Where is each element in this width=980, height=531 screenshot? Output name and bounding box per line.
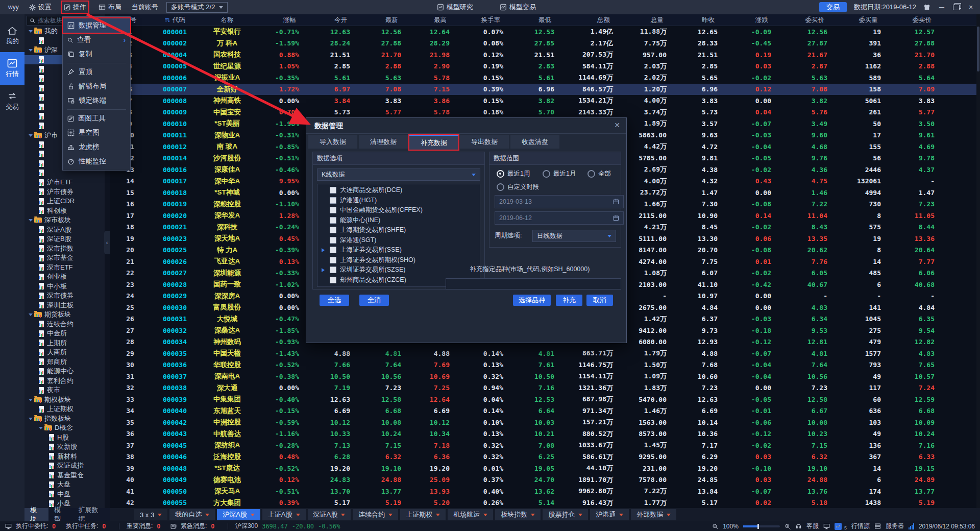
tree-folder[interactable]: 指数板块	[24, 414, 105, 424]
table-row[interactable]: 7000008神州高铁0.00%3.843.833.860.15%3.82153…	[110, 95, 976, 107]
checkbox-unchecked-icon[interactable]	[330, 277, 336, 283]
layout-menu[interactable]: 布局	[96, 2, 124, 13]
headset-icon[interactable]	[795, 523, 802, 529]
dialog-tab-补充数据[interactable]: 补充数据	[409, 135, 458, 150]
tree-item[interactable]: 科创板	[24, 206, 105, 216]
tree-item[interactable]: 套利合约	[24, 376, 105, 386]
tree-item[interactable]: 上证CDR	[24, 197, 105, 206]
checkbox-unchecked-icon[interactable]	[330, 267, 336, 273]
model-trading-button[interactable]: 模型交易	[498, 2, 538, 13]
table-row[interactable]: 5000006深振业A-0.35%5.615.635.780.15%5.6111…	[110, 72, 976, 84]
tree-item[interactable]: 次新股	[24, 442, 105, 452]
dialog-tab-导出数据[interactable]: 导出数据	[460, 135, 509, 149]
tree-folder[interactable]: 期权板块	[24, 395, 105, 405]
server-icon[interactable]	[874, 523, 881, 529]
checkbox-unchecked-icon[interactable]	[330, 257, 336, 263]
table-row[interactable]: 36000043中航善达-1.16%10.3310.2410.340.13%10…	[110, 428, 976, 440]
table-row[interactable]: 31000037深南电A-0.38%10.5010.5610.690.32%10…	[110, 371, 976, 382]
table-row[interactable]: 32000038深大通0.00%7.197.237.250.94%7.16132…	[110, 382, 976, 394]
table-row[interactable]: 35000042中洲控股-0.59%10.1210.0810.120.10%10…	[110, 417, 976, 428]
exchange-row[interactable]: 能源中心(INE)	[317, 215, 480, 226]
dialog-tab-导入数据[interactable]: 导入数据	[308, 135, 357, 149]
watchlist-tab-上证期权[interactable]: 上证期权	[400, 509, 446, 520]
tree-folder[interactable]: 深市板块	[24, 215, 105, 225]
menu-item-锁定终端[interactable]: 锁定终端	[63, 93, 130, 108]
menu-item-性能监控[interactable]: 性能监控	[63, 154, 130, 168]
checkbox-unchecked-icon[interactable]	[330, 217, 336, 224]
column-header-名称[interactable]: 名称	[199, 16, 255, 25]
panel-tab-扩展数据[interactable]: 扩展数据	[73, 508, 110, 521]
column-header-最低[interactable]: 最低	[510, 16, 561, 25]
column-header-昨收[interactable]: 昨收	[674, 16, 725, 25]
tree-item[interactable]: 连续合约	[24, 320, 105, 329]
zoom-out-icon[interactable]	[712, 523, 718, 529]
zoom-slider[interactable]	[743, 525, 780, 527]
tree-item[interactable]: 深市指数	[24, 244, 105, 254]
column-header-总量[interactable]: 总量	[620, 16, 674, 25]
service-label[interactable]: 客服	[806, 522, 819, 530]
theme-shirt-icon[interactable]	[923, 4, 930, 10]
date-to-field[interactable]: 2019-06-12	[495, 211, 624, 225]
quote-source-label[interactable]: 行情源	[851, 522, 870, 530]
table-row[interactable]: 33000039中集集团-0.40%12.6312.5812.640.04%12…	[110, 394, 976, 405]
tree-item[interactable]: 上期所	[24, 339, 105, 348]
tree-item[interactable]: 大商所	[24, 348, 105, 357]
exchange-row[interactable]: 上海期货交易所(SHFE)	[317, 225, 480, 235]
checkbox-unchecked-icon[interactable]	[330, 197, 336, 204]
rail-item-mine[interactable]: 我的	[0, 19, 24, 52]
radio-all[interactable]: 全部	[587, 170, 611, 178]
table-scrollbar[interactable]	[977, 27, 979, 71]
date-from-field[interactable]: 2019-03-13	[495, 195, 624, 208]
column-header-委买量[interactable]: 委买量	[835, 16, 888, 25]
table-row[interactable]: 8000009中国宝安0.70%5.735.775.780.18%5.70214…	[110, 107, 976, 118]
checkbox-unchecked-icon[interactable]	[330, 237, 336, 244]
clear-all-button[interactable]: 全消	[359, 295, 389, 306]
tree-item[interactable]: 深证A股	[24, 225, 105, 235]
checkbox-unchecked-icon[interactable]	[330, 247, 336, 253]
watchlist-tab-机场航运[interactable]: 机场航运	[448, 509, 493, 520]
period-dropdown[interactable]: 日线数据	[532, 230, 616, 242]
minimize-button[interactable]: ─	[938, 3, 946, 11]
tree-item[interactable]: 郑商所	[24, 357, 105, 367]
exchange-row[interactable]: 上海证券交易所期权(SHO)	[317, 255, 480, 266]
exchange-row[interactable]: 中国金融期货交易所(CFFEX)	[317, 205, 480, 215]
settings-menu[interactable]: 设置	[27, 2, 54, 13]
tree-item[interactable]: 中小板	[24, 282, 105, 292]
menu-item-查看[interactable]: 查看›	[63, 33, 130, 47]
tree-item[interactable]: 基金重仓	[24, 471, 105, 480]
supplement-symbol-input[interactable]	[446, 278, 621, 289]
select-all-button[interactable]: 全选	[320, 295, 349, 306]
table-row[interactable]: 1000001平安银行-0.71%12.6312.5612.640.07%12.…	[110, 26, 976, 38]
tree-item[interactable]: 上证期权	[24, 404, 105, 414]
watchlist-tab-沪深A股[interactable]: 沪深A股	[217, 509, 260, 520]
tree-item[interactable]: 中金所	[24, 329, 105, 339]
zoom-in-icon[interactable]	[785, 523, 791, 529]
column-header-今开[interactable]: 今开	[306, 16, 357, 25]
restore-button[interactable]	[953, 5, 960, 10]
table-row[interactable]: 34000040东旭蓝天-0.15%6.696.686.690.14%6.649…	[110, 405, 976, 417]
grid-layout-dropdown[interactable]: 3 x 3	[134, 509, 167, 520]
column-header-最新[interactable]: 最新	[357, 16, 408, 25]
table-row[interactable]: 4000005世纪星源1.05%2.852.882.900.19%2.83584…	[110, 61, 976, 73]
server-label[interactable]: 服务器	[886, 522, 904, 530]
menu-item-龙虎榜[interactable]: 龙虎榜	[63, 140, 130, 154]
dialog-tab-清理数据[interactable]: 清理数据	[359, 135, 408, 149]
exchange-row[interactable]: 深港通(SGT)	[317, 235, 480, 246]
menu-item-数据管理[interactable]: 数据管理	[63, 18, 130, 33]
dialog-tab-收盘清盘[interactable]: 收盘清盘	[510, 135, 559, 149]
rail-item-quotes[interactable]: 行情	[0, 52, 24, 85]
menu-item-星空图[interactable]: 星空图	[63, 126, 130, 140]
select-symbols-button[interactable]: 选择品种	[513, 295, 551, 306]
menu-item-画图工具[interactable]: 画图工具	[63, 111, 130, 126]
watchlist-tab-外部数据[interactable]: 外部数据	[631, 509, 676, 520]
tree-item[interactable]: 新材料	[24, 452, 105, 462]
table-row[interactable]: 40000049德赛电池0.12%24.8324.8825.090.37%24.…	[110, 474, 976, 486]
watchlist-tab-我的自选[interactable]: 我的自选	[169, 509, 215, 520]
exchange-row[interactable]: 大连商品交易所(DCE)	[317, 185, 480, 196]
table-row[interactable]: 41000050深天马A-0.51%13.7013.7713.930.40%13…	[110, 486, 976, 497]
exchange-row[interactable]: 上海证券交易所(SSE)	[317, 245, 480, 255]
column-header-委卖价[interactable]: 委卖价	[888, 16, 942, 25]
tree-item[interactable]: 大盘	[24, 480, 105, 490]
panel-tab-模型[interactable]: 模型	[48, 508, 72, 521]
menu-item-解锁布局[interactable]: 解锁布局	[63, 79, 130, 93]
